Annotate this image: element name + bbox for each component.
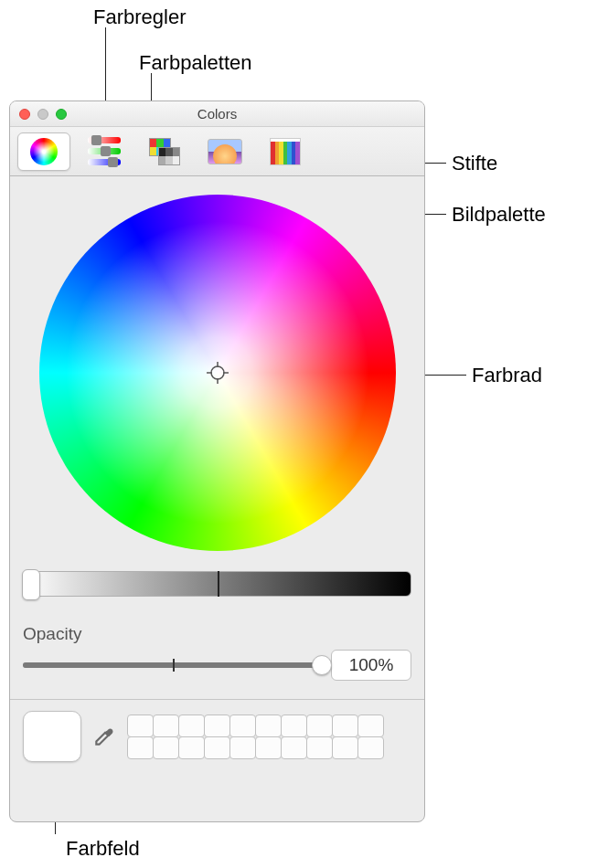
sliders-icon: [88, 137, 121, 165]
color-wheel-area: [23, 189, 411, 556]
titlebar: Colors: [10, 101, 424, 127]
callout-farbregler: Farbregler: [93, 5, 186, 29]
slider-tick: [173, 659, 175, 672]
tab-pencils[interactable]: [259, 132, 312, 171]
opacity-slider[interactable]: [23, 662, 322, 668]
swatch-cell[interactable]: [357, 736, 384, 759]
swatch-cell[interactable]: [204, 715, 230, 737]
colors-window: Colors: [9, 101, 425, 822]
main-panel: Opacity 100%: [10, 176, 424, 821]
window-title: Colors: [10, 106, 424, 122]
svg-point-0: [211, 366, 224, 379]
tab-color-sliders[interactable]: [78, 132, 131, 171]
tab-color-palettes[interactable]: [138, 132, 191, 171]
current-color-swatch[interactable]: [23, 711, 81, 762]
swatch-cell[interactable]: [281, 736, 307, 759]
swatch-cell[interactable]: [255, 715, 282, 737]
close-button[interactable]: [19, 109, 30, 120]
swatch-cell[interactable]: [229, 715, 256, 737]
swatch-cell[interactable]: [357, 715, 384, 737]
zoom-button[interactable]: [56, 109, 67, 120]
callout-farbrad: Farbrad: [472, 364, 542, 387]
brightness-slider[interactable]: [23, 571, 411, 597]
tab-color-wheel[interactable]: [17, 132, 70, 171]
swatch-grid: [127, 715, 383, 758]
swatch-cell[interactable]: [178, 715, 205, 737]
swatch-cell[interactable]: [127, 736, 154, 759]
opacity-thumb[interactable]: [312, 655, 332, 675]
tab-image-palette[interactable]: [198, 132, 251, 171]
swatch-cell[interactable]: [332, 736, 358, 759]
color-wheel-icon: [30, 138, 58, 165]
swatch-cell[interactable]: [204, 736, 230, 759]
toolbar: [10, 127, 424, 176]
opacity-row: 100%: [23, 650, 411, 681]
opacity-value-field[interactable]: 100%: [331, 650, 411, 681]
opacity-section: Opacity 100%: [23, 624, 411, 681]
swatch-cell[interactable]: [306, 715, 333, 737]
swatch-cell[interactable]: [281, 715, 307, 737]
color-wheel[interactable]: [39, 195, 396, 551]
callout-farbfeld: Farbfeld: [66, 837, 140, 861]
wheel-cursor-icon: [207, 362, 229, 384]
eyedropper-button[interactable]: [91, 723, 118, 750]
traffic-lights: [10, 109, 67, 120]
minimize-button[interactable]: [37, 109, 48, 120]
brightness-thumb[interactable]: [22, 569, 40, 600]
pencils-icon: [270, 138, 301, 165]
swatch-cell[interactable]: [127, 715, 154, 737]
swatch-cell[interactable]: [255, 736, 282, 759]
swatch-cell[interactable]: [306, 736, 333, 759]
swatch-cell[interactable]: [153, 736, 179, 759]
callout-bildpalette: Bildpalette: [452, 203, 546, 227]
swatch-cell[interactable]: [229, 736, 256, 759]
swatch-cell[interactable]: [153, 715, 179, 737]
callout-stifte: Stifte: [452, 152, 497, 175]
swatch-cell[interactable]: [178, 736, 205, 759]
eyedropper-icon: [92, 725, 116, 748]
palettes-icon: [149, 138, 180, 165]
callout-farbpaletten: Farbpaletten: [139, 51, 252, 75]
opacity-label: Opacity: [23, 624, 411, 644]
slider-tick: [218, 571, 219, 597]
image-icon: [208, 139, 242, 164]
swatch-bar: [10, 699, 424, 771]
swatch-cell[interactable]: [332, 715, 358, 737]
